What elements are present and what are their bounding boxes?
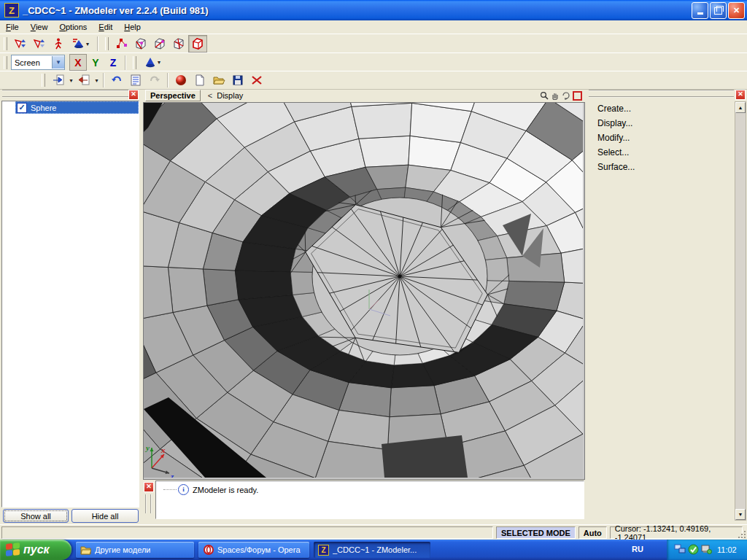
auto-indicator[interactable]: Auto xyxy=(578,526,607,539)
gizmo-cone-button[interactable]: ▾ xyxy=(140,54,166,71)
magnifier-icon xyxy=(540,91,549,100)
start-button[interactable]: пуск xyxy=(0,540,71,560)
polygons-mode-button[interactable] xyxy=(150,35,169,52)
minimize-icon xyxy=(697,12,703,15)
taskbar-task-folder[interactable]: Другие модели xyxy=(76,542,194,558)
check-icon: ✓ xyxy=(18,103,25,112)
toolbar-grip[interactable] xyxy=(133,56,136,69)
menu-options[interactable]: Options xyxy=(53,21,93,33)
menu-help[interactable]: Help xyxy=(118,21,147,33)
pan-tool-button[interactable] xyxy=(550,91,560,101)
menu-view[interactable]: View xyxy=(25,21,54,33)
restore-button[interactable] xyxy=(710,2,727,19)
menu-modify[interactable]: Modify... xyxy=(587,131,733,145)
close-icon: ✕ xyxy=(738,90,743,98)
dropdown-caret-icon[interactable]: ▾ xyxy=(68,77,74,84)
import-button[interactable] xyxy=(49,71,68,89)
person-icon xyxy=(52,37,65,50)
record-icon xyxy=(174,74,187,87)
panel-grips[interactable] xyxy=(589,90,734,98)
menu-create[interactable]: Create... xyxy=(587,101,733,116)
dropdown-caret-icon[interactable]: ▾ xyxy=(93,77,100,84)
save-file-button[interactable] xyxy=(228,71,247,89)
info-icon: i xyxy=(178,484,189,495)
open-file-button[interactable] xyxy=(209,71,228,89)
antivirus-tray-icon[interactable] xyxy=(688,544,699,556)
right-panel-scrollbar[interactable]: ▲ ▼ xyxy=(735,101,746,521)
record-button[interactable] xyxy=(171,71,190,89)
node-label: Sphere xyxy=(31,104,56,112)
select-quadrant-icon xyxy=(14,37,27,50)
viewport-3d-canvas[interactable]: yxz xyxy=(143,102,585,480)
visibility-checkbox[interactable]: ✓ xyxy=(17,103,27,113)
left-panel-close-button[interactable]: ✕ xyxy=(128,90,139,100)
minimize-button[interactable] xyxy=(692,2,708,19)
right-panel-close-button[interactable]: ✕ xyxy=(735,90,746,100)
toolbar-grip[interactable] xyxy=(4,37,7,50)
select-quadrant-button[interactable] xyxy=(11,35,30,52)
vertices-mode-button[interactable] xyxy=(112,35,131,52)
app-icon: Z xyxy=(4,3,19,18)
combo-dropdown-icon[interactable]: ▼ xyxy=(52,56,64,69)
axis-y-button[interactable]: Y xyxy=(87,54,104,71)
resize-grip[interactable] xyxy=(738,530,746,539)
menu-edit[interactable]: Edit xyxy=(93,21,118,33)
close-button[interactable]: ✕ xyxy=(728,2,745,19)
title-bar[interactable]: Z _CDCC~1 - ZModeler ver 2.2.4 (Build 98… xyxy=(0,0,747,20)
status-bar: SELECTED MODE Auto Cursor: -1.13241, 0.4… xyxy=(0,524,747,540)
edges-mode-button[interactable] xyxy=(131,35,150,52)
taskbar: пуск Другие модели Spaces/Форум - Opera … xyxy=(0,540,747,560)
redo-button[interactable] xyxy=(145,71,164,89)
tree-line xyxy=(163,489,177,490)
toolbar-grip[interactable] xyxy=(105,37,109,50)
menu-display[interactable]: Display... xyxy=(587,116,733,131)
objects-mode-icon xyxy=(191,37,204,50)
viewport-mode-button[interactable]: Perspective xyxy=(145,90,201,101)
hand-icon xyxy=(551,91,560,100)
log-close-button[interactable]: ✕ xyxy=(144,482,154,492)
maximize-view-button[interactable] xyxy=(573,91,582,101)
scroll-up-icon[interactable]: ▲ xyxy=(735,102,746,113)
dropdown-caret-icon[interactable]: ▾ xyxy=(156,59,163,66)
menu-select[interactable]: Select... xyxy=(587,145,733,160)
hide-all-button[interactable]: Hide all xyxy=(71,509,139,523)
toolbar-grip[interactable] xyxy=(42,74,45,87)
panel-grips[interactable] xyxy=(2,90,129,98)
history-list-button[interactable] xyxy=(126,71,145,89)
nodes-list[interactable]: ✓ Sphere xyxy=(1,101,139,508)
objects-mode-button[interactable] xyxy=(188,35,207,52)
coordinate-space-combo[interactable]: Screen ▼ xyxy=(11,55,65,70)
combo-value: Screen xyxy=(12,58,52,67)
manipulator-mode-button[interactable]: ▾ xyxy=(68,35,94,52)
faces-mode-button[interactable] xyxy=(169,35,188,52)
orbit-tool-button[interactable] xyxy=(561,91,570,101)
network-tray-icon[interactable] xyxy=(674,544,686,556)
zmodeler-icon: Z xyxy=(318,545,329,556)
cone-icon xyxy=(144,57,156,69)
taskbar-task-opera[interactable]: Spaces/Форум - Opera xyxy=(198,542,309,558)
log-grip[interactable] xyxy=(145,494,152,513)
toolbar-grip[interactable] xyxy=(4,56,7,69)
zoom-tool-button[interactable] xyxy=(539,91,549,101)
dropdown-caret-icon[interactable]: ▾ xyxy=(85,41,91,47)
taskbar-task-zmodeler[interactable]: Z _CDCC~1 - ZModeler... xyxy=(314,542,430,558)
undo-button[interactable] xyxy=(107,71,126,89)
list-item-sphere[interactable]: ✓ Sphere xyxy=(15,101,139,114)
clock[interactable]: 11:02 xyxy=(717,545,737,554)
log-output[interactable]: i ZModeler is ready. xyxy=(155,481,584,519)
select-quadrant-alt-button[interactable] xyxy=(30,35,49,52)
new-file-button[interactable] xyxy=(190,71,209,89)
axis-z-button[interactable]: Z xyxy=(104,54,122,71)
menu-file[interactable]: File xyxy=(0,21,25,33)
device-tray-icon[interactable] xyxy=(701,545,712,556)
back-symbol[interactable]: < xyxy=(208,91,212,100)
viewport-breadcrumb[interactable]: Display xyxy=(217,91,243,100)
language-indicator[interactable]: RU xyxy=(632,545,643,553)
scroll-down-icon[interactable]: ▼ xyxy=(735,509,746,520)
axis-x-button[interactable]: X xyxy=(69,54,87,71)
export-button[interactable] xyxy=(74,71,93,89)
menu-surface[interactable]: Surface... xyxy=(587,160,733,174)
show-all-button[interactable]: Show all xyxy=(3,509,69,523)
select-single-button[interactable] xyxy=(49,35,68,52)
delete-button[interactable] xyxy=(247,71,266,89)
